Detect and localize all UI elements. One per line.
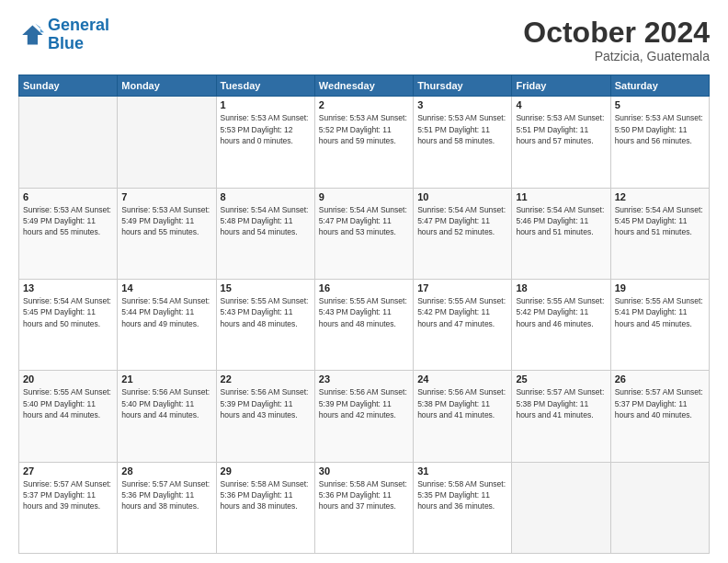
- day-number: 23: [319, 373, 409, 385]
- day-number: 10: [417, 191, 507, 202]
- calendar-cell-w5-d2: 29Sunrise: 5:58 AM Sunset: 5:36 PM Dayli…: [216, 462, 314, 553]
- calendar-cell-w2-d1: 7Sunrise: 5:53 AM Sunset: 5:49 PM Daylig…: [118, 188, 216, 279]
- day-number: 5: [615, 99, 705, 110]
- logo-icon: [18, 22, 44, 48]
- day-info: Sunrise: 5:55 AM Sunset: 5:42 PM Dayligh…: [417, 295, 507, 329]
- day-info: Sunrise: 5:55 AM Sunset: 5:43 PM Dayligh…: [319, 295, 409, 329]
- calendar-cell-w1-d2: 1Sunrise: 5:53 AM Sunset: 5:53 PM Daylig…: [216, 97, 314, 188]
- calendar-cell-w4-d1: 21Sunrise: 5:56 AM Sunset: 5:40 PM Dayli…: [118, 371, 216, 462]
- calendar-cell-w3-d5: 18Sunrise: 5:55 AM Sunset: 5:42 PM Dayli…: [512, 279, 610, 370]
- calendar-cell-w2-d6: 12Sunrise: 5:54 AM Sunset: 5:45 PM Dayli…: [610, 188, 709, 279]
- day-info: Sunrise: 5:55 AM Sunset: 5:41 PM Dayligh…: [615, 295, 705, 329]
- location-subtitle: Patzicia, Guatemala: [523, 49, 710, 63]
- week-row-1: 1Sunrise: 5:53 AM Sunset: 5:53 PM Daylig…: [19, 97, 710, 188]
- header-saturday: Saturday: [610, 75, 709, 97]
- calendar-cell-w3-d4: 17Sunrise: 5:55 AM Sunset: 5:42 PM Dayli…: [414, 279, 512, 370]
- day-number: 26: [615, 373, 705, 385]
- logo-line1: General: [48, 16, 109, 34]
- day-info: Sunrise: 5:57 AM Sunset: 5:36 PM Dayligh…: [121, 478, 211, 512]
- day-number: 31: [417, 465, 507, 477]
- calendar-cell-w1-d1: [118, 97, 216, 188]
- day-number: 24: [417, 373, 507, 385]
- calendar-cell-w5-d4: 31Sunrise: 5:58 AM Sunset: 5:35 PM Dayli…: [414, 462, 512, 553]
- calendar-cell-w2-d4: 10Sunrise: 5:54 AM Sunset: 5:47 PM Dayli…: [414, 188, 512, 279]
- day-number: 11: [516, 191, 606, 202]
- header-thursday: Thursday: [414, 75, 512, 97]
- day-number: 18: [516, 282, 606, 293]
- calendar-cell-w4-d5: 25Sunrise: 5:57 AM Sunset: 5:38 PM Dayli…: [512, 371, 610, 462]
- day-number: 2: [319, 99, 409, 110]
- calendar-cell-w1-d5: 4Sunrise: 5:53 AM Sunset: 5:51 PM Daylig…: [512, 97, 610, 188]
- header-monday: Monday: [118, 75, 216, 97]
- calendar-cell-w4-d4: 24Sunrise: 5:56 AM Sunset: 5:38 PM Dayli…: [414, 371, 512, 462]
- calendar-cell-w5-d0: 27Sunrise: 5:57 AM Sunset: 5:37 PM Dayli…: [19, 462, 118, 553]
- day-info: Sunrise: 5:53 AM Sunset: 5:51 PM Dayligh…: [417, 112, 507, 146]
- day-info: Sunrise: 5:54 AM Sunset: 5:45 PM Dayligh…: [23, 295, 113, 329]
- week-row-2: 6Sunrise: 5:53 AM Sunset: 5:49 PM Daylig…: [19, 188, 710, 279]
- day-number: 21: [121, 373, 211, 385]
- calendar-cell-w1-d4: 3Sunrise: 5:53 AM Sunset: 5:51 PM Daylig…: [414, 97, 512, 188]
- calendar-cell-w4-d6: 26Sunrise: 5:57 AM Sunset: 5:37 PM Dayli…: [610, 371, 709, 462]
- day-number: 9: [319, 191, 409, 202]
- day-number: 27: [23, 465, 113, 477]
- day-number: 15: [221, 282, 311, 293]
- calendar-cell-w5-d5: [512, 462, 610, 553]
- day-number: 1: [221, 99, 311, 110]
- day-info: Sunrise: 5:54 AM Sunset: 5:45 PM Dayligh…: [615, 204, 705, 238]
- day-info: Sunrise: 5:54 AM Sunset: 5:46 PM Dayligh…: [516, 204, 606, 238]
- day-number: 7: [121, 191, 211, 202]
- logo-text: General Blue: [48, 17, 109, 53]
- calendar-cell-w3-d0: 13Sunrise: 5:54 AM Sunset: 5:45 PM Dayli…: [19, 279, 118, 370]
- header-tuesday: Tuesday: [216, 75, 314, 97]
- weekday-header-row: Sunday Monday Tuesday Wednesday Thursday…: [19, 75, 710, 97]
- day-info: Sunrise: 5:55 AM Sunset: 5:40 PM Dayligh…: [23, 386, 113, 420]
- page: General Blue October 2024 Patzicia, Guat…: [0, 0, 728, 563]
- day-number: 28: [121, 465, 211, 477]
- day-info: Sunrise: 5:54 AM Sunset: 5:44 PM Dayligh…: [121, 295, 211, 329]
- calendar-cell-w2-d0: 6Sunrise: 5:53 AM Sunset: 5:49 PM Daylig…: [19, 188, 118, 279]
- day-number: 25: [516, 373, 606, 385]
- week-row-5: 27Sunrise: 5:57 AM Sunset: 5:37 PM Dayli…: [19, 462, 710, 553]
- day-number: 12: [615, 191, 705, 202]
- day-number: 20: [23, 373, 113, 385]
- day-info: Sunrise: 5:53 AM Sunset: 5:53 PM Dayligh…: [221, 112, 311, 146]
- calendar-cell-w4-d0: 20Sunrise: 5:55 AM Sunset: 5:40 PM Dayli…: [19, 371, 118, 462]
- day-info: Sunrise: 5:53 AM Sunset: 5:50 PM Dayligh…: [615, 112, 705, 146]
- calendar-table: Sunday Monday Tuesday Wednesday Thursday…: [18, 75, 710, 554]
- calendar-cell-w2-d5: 11Sunrise: 5:54 AM Sunset: 5:46 PM Dayli…: [512, 188, 610, 279]
- day-info: Sunrise: 5:56 AM Sunset: 5:39 PM Dayligh…: [319, 386, 409, 420]
- day-number: 16: [319, 282, 409, 293]
- calendar-cell-w3-d3: 16Sunrise: 5:55 AM Sunset: 5:43 PM Dayli…: [314, 279, 413, 370]
- day-number: 29: [221, 465, 311, 477]
- calendar-cell-w1-d0: [19, 97, 118, 188]
- logo: General Blue: [18, 17, 109, 53]
- calendar-cell-w3-d1: 14Sunrise: 5:54 AM Sunset: 5:44 PM Dayli…: [118, 279, 216, 370]
- header-friday: Friday: [512, 75, 610, 97]
- header-wednesday: Wednesday: [314, 75, 413, 97]
- calendar-cell-w1-d6: 5Sunrise: 5:53 AM Sunset: 5:50 PM Daylig…: [610, 97, 709, 188]
- day-number: 6: [23, 191, 113, 202]
- week-row-3: 13Sunrise: 5:54 AM Sunset: 5:45 PM Dayli…: [19, 279, 710, 370]
- day-number: 8: [221, 191, 311, 202]
- day-info: Sunrise: 5:58 AM Sunset: 5:36 PM Dayligh…: [319, 478, 409, 512]
- week-row-4: 20Sunrise: 5:55 AM Sunset: 5:40 PM Dayli…: [19, 371, 710, 462]
- day-info: Sunrise: 5:58 AM Sunset: 5:35 PM Dayligh…: [417, 478, 507, 512]
- calendar-cell-w4-d3: 23Sunrise: 5:56 AM Sunset: 5:39 PM Dayli…: [314, 371, 413, 462]
- day-info: Sunrise: 5:56 AM Sunset: 5:38 PM Dayligh…: [417, 386, 507, 420]
- calendar-cell-w3-d6: 19Sunrise: 5:55 AM Sunset: 5:41 PM Dayli…: [610, 279, 709, 370]
- day-info: Sunrise: 5:54 AM Sunset: 5:47 PM Dayligh…: [417, 204, 507, 238]
- day-info: Sunrise: 5:53 AM Sunset: 5:52 PM Dayligh…: [319, 112, 409, 146]
- calendar-cell-w4-d2: 22Sunrise: 5:56 AM Sunset: 5:39 PM Dayli…: [216, 371, 314, 462]
- day-info: Sunrise: 5:55 AM Sunset: 5:42 PM Dayligh…: [516, 295, 606, 329]
- logo-line2: Blue: [48, 34, 84, 52]
- day-info: Sunrise: 5:57 AM Sunset: 5:38 PM Dayligh…: [516, 386, 606, 420]
- calendar-cell-w2-d2: 8Sunrise: 5:54 AM Sunset: 5:48 PM Daylig…: [216, 188, 314, 279]
- day-number: 14: [121, 282, 211, 293]
- day-info: Sunrise: 5:57 AM Sunset: 5:37 PM Dayligh…: [23, 478, 113, 512]
- day-info: Sunrise: 5:53 AM Sunset: 5:49 PM Dayligh…: [121, 204, 211, 238]
- day-info: Sunrise: 5:56 AM Sunset: 5:40 PM Dayligh…: [121, 386, 211, 420]
- day-number: 22: [221, 373, 311, 385]
- day-number: 19: [615, 282, 705, 293]
- day-number: 30: [319, 465, 409, 477]
- header: General Blue October 2024 Patzicia, Guat…: [18, 17, 710, 63]
